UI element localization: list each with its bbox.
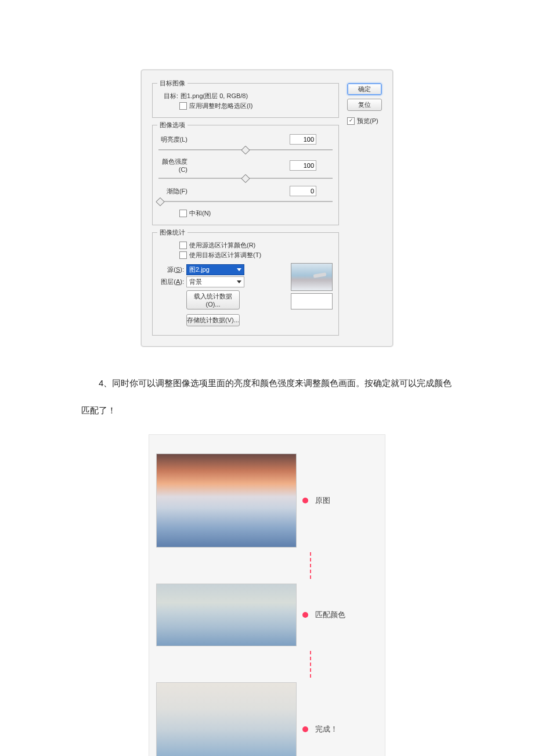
layer-select[interactable]: 背景 bbox=[186, 276, 244, 287]
source-preview-blank bbox=[291, 293, 333, 309]
group-target-title: 目标图像 bbox=[157, 79, 187, 88]
source-preview-image bbox=[291, 263, 333, 291]
intensity-label: 颜色强度(C) bbox=[158, 157, 190, 173]
target-value: 图1.png(图层 0, RGB/8) bbox=[181, 92, 248, 100]
timeline-dot-icon bbox=[302, 726, 308, 732]
result-figure: 原图 匹配颜色 完成！ bbox=[149, 434, 385, 756]
result-image-done bbox=[156, 682, 297, 756]
ok-button[interactable]: 确定 bbox=[347, 83, 382, 95]
result-image-original bbox=[156, 453, 297, 548]
fade-label: 渐隐(F) bbox=[158, 187, 190, 196]
use-src-sel-label: 使用源选区计算颜色(R) bbox=[189, 241, 255, 250]
source-select[interactable]: 图2.jpg bbox=[186, 264, 244, 275]
timeline-dot-icon bbox=[302, 612, 308, 618]
result-label-1: 原图 bbox=[315, 495, 330, 506]
luminance-label: 明亮度(L) bbox=[158, 135, 190, 144]
intensity-input[interactable] bbox=[290, 160, 316, 171]
fade-input[interactable] bbox=[290, 186, 316, 196]
neutralize-checkbox[interactable] bbox=[179, 210, 187, 217]
target-label: 目标: bbox=[158, 92, 181, 100]
luminance-slider[interactable] bbox=[158, 147, 333, 153]
save-stats-button[interactable]: 存储统计数据(V)... bbox=[186, 314, 240, 326]
fade-slider[interactable] bbox=[158, 199, 333, 204]
chevron-down-icon bbox=[237, 280, 241, 283]
intensity-slider[interactable] bbox=[158, 175, 333, 181]
result-label-2: 匹配颜色 bbox=[315, 610, 345, 620]
ignore-selection-label: 应用调整时忽略选区(I) bbox=[189, 102, 252, 110]
group-stats-title: 图像统计 bbox=[157, 228, 187, 237]
source-label: 源(S): bbox=[158, 265, 186, 274]
group-stats: 图像统计 使用源选区计算颜色(R) 使用目标选区计算调整(T) 源(S): bbox=[152, 232, 339, 336]
luminance-input[interactable] bbox=[290, 134, 316, 145]
result-label-3: 完成！ bbox=[315, 724, 338, 735]
neutralize-label: 中和(N) bbox=[189, 209, 211, 218]
body-paragraph-1: 4、同时你可以调整图像选项里面的亮度和颜色强度来调整颜色画面。按确定就可以完成颜… bbox=[0, 370, 534, 424]
preview-checkbox[interactable] bbox=[347, 117, 355, 125]
layer-value: 背景 bbox=[189, 278, 202, 286]
timeline-dot-icon bbox=[302, 498, 308, 503]
match-color-dialog: 目标图像 目标: 图1.png(图层 0, RGB/8) 应用调整时忽略选区(I… bbox=[141, 70, 393, 347]
chevron-down-icon bbox=[237, 268, 241, 271]
group-target: 目标图像 目标: 图1.png(图层 0, RGB/8) 应用调整时忽略选区(I… bbox=[152, 83, 339, 118]
timeline-line-icon bbox=[310, 651, 312, 678]
timeline-line-icon bbox=[310, 552, 312, 579]
load-stats-button[interactable]: 载入统计数据(O)... bbox=[186, 290, 240, 309]
reset-button[interactable]: 复位 bbox=[347, 99, 382, 111]
group-options-title: 图像选项 bbox=[157, 121, 187, 129]
use-tgt-sel-label: 使用目标选区计算调整(T) bbox=[189, 251, 261, 260]
use-src-sel-checkbox[interactable] bbox=[179, 242, 187, 249]
preview-label: 预览(P) bbox=[357, 117, 378, 125]
ignore-selection-checkbox[interactable] bbox=[179, 102, 187, 110]
group-options: 图像选项 明亮度(L) 颜色强度(C) bbox=[152, 125, 339, 225]
use-tgt-sel-checkbox[interactable] bbox=[179, 251, 187, 259]
result-image-matched bbox=[156, 584, 297, 646]
layer-label: 图层(A): bbox=[158, 278, 186, 286]
source-value: 图2.jpg bbox=[189, 265, 210, 274]
